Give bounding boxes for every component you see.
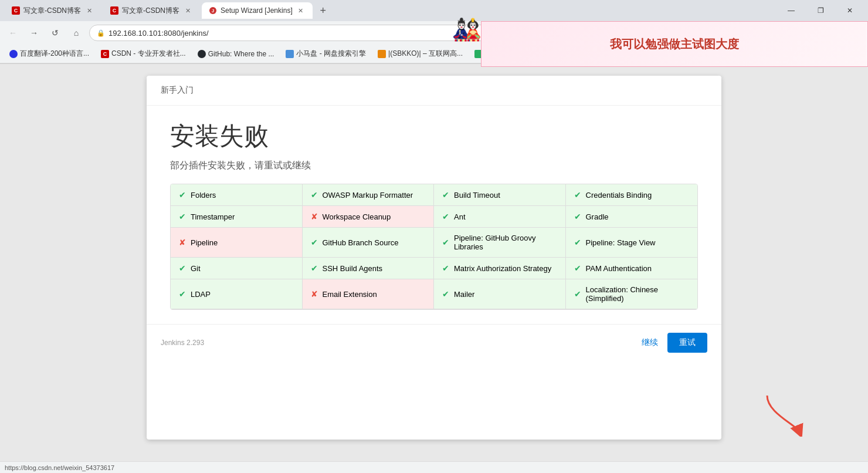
close-button[interactable]: ✕ [836, 2, 863, 19]
retry-button[interactable]: 重试 [667, 333, 707, 353]
tab-csdn-1-close[interactable]: ✕ [84, 6, 94, 15]
tab-jenkins-close[interactable]: ✕ [296, 6, 306, 15]
panel-header: 新手入门 [147, 76, 721, 106]
back-button[interactable]: ← [5, 25, 21, 41]
new-tab-button[interactable]: + [315, 2, 331, 19]
tab-jenkins[interactable]: J Setup Wizard [Jenkins] ✕ [202, 2, 313, 19]
plugin-name: Credentials Binding [586, 191, 652, 200]
plugin-cell: ✔Mailer [434, 279, 566, 309]
lock-icon: 🔒 [97, 29, 105, 37]
maximize-button[interactable]: ❐ [807, 2, 834, 19]
tab-jenkins-title: Setup Wizard [Jenkins] [221, 6, 293, 15]
plugin-cell: ✔PAM Authentication [566, 258, 698, 279]
plugin-name: Pipeline: Stage View [586, 238, 656, 247]
tab-jenkins-favicon: J [209, 6, 217, 15]
check-icon: ✔ [179, 289, 186, 299]
bookmark-csdn-label: CSDN - 专业开发者社... [111, 49, 186, 59]
check-icon: ✔ [311, 238, 318, 247]
failure-title: 安装失败 [170, 120, 698, 153]
plugin-cell: ✘Workspace Cleanup [303, 206, 435, 228]
plugin-name: GitHub Branch Source [323, 238, 399, 247]
breadcrumb: 新手入门 [161, 85, 194, 94]
footer-actions: 继续 重试 [642, 333, 707, 353]
continue-button[interactable]: 继续 [642, 337, 658, 348]
bookmark-sbkko-label: |(SBKKO)| – 互联网高... [388, 49, 463, 59]
plugin-name: Localization: Chinese (Simplified) [586, 285, 690, 303]
plugin-grid: ✔Folders✔OWASP Markup Formatter✔Build Ti… [170, 184, 698, 310]
plugin-cell: ✔Git [171, 258, 303, 279]
plugin-cell: ✔Localization: Chinese (Simplified) [566, 279, 698, 309]
plugin-cell: ✔Credentials Binding [566, 184, 698, 206]
plugin-cell: ✔Folders [171, 184, 303, 206]
bookmark-xiaoma-favicon [286, 50, 294, 58]
bookmark-sbkko[interactable]: |(SBKKO)| – 互联网高... [373, 48, 467, 60]
bookmark-baidu[interactable]: 百度翻译-200种语言... [5, 48, 94, 60]
plugin-name: Mailer [454, 290, 474, 299]
bookmark-sbkko-favicon [378, 50, 386, 58]
refresh-button[interactable]: ↺ [47, 25, 63, 41]
tab-csdn-1-favicon: C [12, 6, 20, 15]
check-icon: ✔ [574, 289, 581, 299]
bookmark-csdn[interactable]: C CSDN - 专业开发者社... [96, 48, 191, 60]
bookmark-xiaoma-label: 小马盘 - 网盘搜索引擎 [296, 49, 366, 59]
tab-csdn-2-favicon: C [110, 6, 118, 15]
x-icon: ✘ [311, 212, 318, 221]
check-icon: ✔ [311, 263, 318, 273]
minimize-button[interactable]: — [778, 2, 805, 19]
plugin-cell: ✔Build Timeout [434, 184, 566, 206]
failure-subtitle: 部分插件安装失败，请重试或继续 [170, 160, 698, 172]
plugin-name: Git [191, 264, 201, 273]
bookmark-github-favicon [198, 50, 206, 58]
check-icon: ✔ [179, 263, 186, 273]
bookmark-baidu-label: 百度翻译-200种语言... [20, 49, 89, 59]
check-icon: ✔ [442, 238, 449, 247]
plugin-cell: ✔LDAP [171, 279, 303, 309]
page-content: 新手入门 安装失败 部分插件安装失败，请重试或继续 ✔Folders✔OWASP… [0, 64, 868, 473]
plugin-cell: ✔Timestamper [171, 206, 303, 228]
panel-body: 安装失败 部分插件安装失败，请重试或继续 ✔Folders✔OWASP Mark… [147, 106, 721, 324]
plugin-cell: ✔Pipeline: GitHub Groovy Libraries [434, 228, 566, 258]
forward-button[interactable]: → [26, 25, 42, 41]
bookmark-csdn-favicon: C [101, 50, 109, 58]
tab-csdn-1[interactable]: C 写文章-CSDN博客 ✕ [5, 2, 101, 19]
home-button[interactable]: ⌂ [68, 25, 84, 41]
tab-csdn-2-title: 写文章-CSDN博客 [122, 6, 179, 16]
plugin-cell: ✔SSH Build Agents [303, 258, 435, 279]
plugin-cell: ✔GitHub Branch Source [303, 228, 435, 258]
tab-csdn-1-title: 写文章-CSDN博客 [23, 6, 81, 16]
x-icon: ✘ [179, 238, 186, 247]
status-bar: https://blog.csdn.net/weixin_54373617 [0, 461, 868, 473]
plugin-name: OWASP Markup Formatter [323, 191, 413, 200]
jenkins-version: Jenkins 2.293 [161, 339, 204, 347]
plugin-cell: ✔Gradle [566, 206, 698, 228]
status-bar-url: https://blog.csdn.net/weixin_54373617 [5, 464, 114, 471]
plugin-name: Pipeline [191, 238, 218, 247]
check-icon: ✔ [442, 263, 449, 273]
plugin-name: Workspace Cleanup [323, 212, 391, 221]
tab-csdn-2[interactable]: C 写文章-CSDN博客 ✕ [103, 2, 199, 19]
banner-character: 🎎 [452, 16, 482, 43]
check-icon: ✔ [442, 289, 449, 299]
svg-text:J: J [212, 8, 214, 13]
plugin-name: Build Timeout [454, 191, 500, 200]
plugin-name: Ant [454, 212, 466, 221]
jenkins-panel: 新手入门 安装失败 部分插件安装失败，请重试或继续 ✔Folders✔OWASP… [147, 76, 721, 440]
plugin-name: SSH Build Agents [323, 264, 383, 273]
plugin-name: Timestamper [191, 212, 235, 221]
check-icon: ✔ [442, 212, 449, 221]
url-text: 192.168.10.101:8080/jenkins/ [108, 29, 209, 38]
check-icon: ✔ [574, 212, 581, 221]
panel-footer: Jenkins 2.293 继续 重试 [147, 324, 721, 361]
banner-ad: 我可以勉强做主试图大度 🎎 [481, 21, 868, 67]
tab-csdn-2-close[interactable]: ✕ [183, 6, 192, 15]
bookmark-github[interactable]: GitHub: Where the ... [193, 49, 279, 59]
title-bar: C 写文章-CSDN博客 ✕ C 写文章-CSDN博客 ✕ J Setup Wi… [0, 0, 868, 21]
plugin-name: PAM Authentication [586, 264, 652, 273]
plugin-cell: ✔OWASP Markup Formatter [303, 184, 435, 206]
plugin-name: Folders [191, 191, 216, 200]
plugin-name: LDAP [191, 290, 211, 299]
check-icon: ✔ [442, 190, 449, 200]
bookmark-xiaoma[interactable]: 小马盘 - 网盘搜索引擎 [281, 48, 371, 60]
plugin-name: Gradle [586, 212, 609, 221]
plugin-cell: ✔Ant [434, 206, 566, 228]
